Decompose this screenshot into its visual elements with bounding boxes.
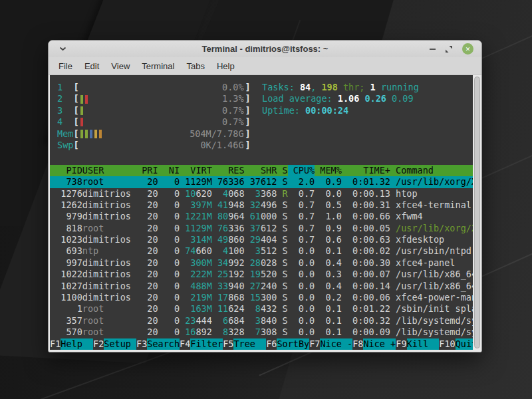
process-row-738[interactable]: 738root2001129M7633637612S2.00.90:01.32/… — [50, 176, 473, 188]
column-header-time[interactable]: TIME+ — [342, 165, 390, 176]
fn-label-f9[interactable]: Kill — [407, 338, 440, 350]
fn-key-f5[interactable]: F5 — [223, 338, 233, 350]
fn-key-f2[interactable]: F2 — [93, 338, 104, 350]
column-header-pri[interactable]: PRI — [136, 165, 158, 176]
process-row-1276[interactable]: 1276dimitrios2001062040683368R0.70.00:00… — [50, 188, 473, 200]
fn-label-f2[interactable]: Setup — [104, 338, 136, 350]
cell-shr: 32496 — [245, 200, 277, 211]
column-header-cpu[interactable]: CPU% — [288, 165, 315, 176]
process-row-1[interactable]: 1root200163M116248432S0.00.10:01.22/sbin… — [50, 303, 473, 315]
cell-state: S — [277, 176, 287, 188]
meter-close-bracket: ] — [245, 140, 251, 151]
process-row-818[interactable]: 818root2001129M7633637612S0.70.90:00.05/… — [50, 223, 473, 234]
meter-bar — [80, 130, 83, 138]
cell-command: /sbin/init spla — [390, 303, 473, 315]
process-row-570[interactable]: 570root2001689283287308S0.00.10:00.09/li… — [50, 327, 473, 338]
cell-command: xfwm4 — [390, 211, 473, 222]
fn-key-f9[interactable]: F9 — [396, 338, 406, 350]
cell-user: dimitrios — [82, 234, 136, 245]
column-header-user[interactable]: USER — [82, 165, 136, 176]
fn-key-f1[interactable]: F1 — [50, 338, 61, 350]
process-row-997[interactable]: 997dimitrios200300M3499228028S0.00.40:00… — [50, 257, 473, 269]
process-row-1023[interactable]: 1023dimitrios200314M4986029404S0.70.60:0… — [50, 234, 473, 245]
cell-pri: 20 — [136, 211, 158, 222]
cell-command: /lib/systemd/sy — [390, 327, 473, 338]
fn-key-f3[interactable]: F3 — [136, 338, 147, 350]
column-header-ni[interactable]: NI — [158, 165, 180, 176]
process-row-979[interactable]: 979dimitrios2001221M8096461000S0.71.00:0… — [50, 211, 473, 222]
menu-item-view[interactable]: View — [105, 61, 136, 71]
fn-label-f4[interactable]: Filter — [190, 338, 223, 350]
menu-item-help[interactable]: Help — [211, 61, 241, 71]
fn-label-f6[interactable]: SortBy — [277, 338, 309, 350]
fn-label-f3[interactable]: Search — [147, 338, 180, 350]
meter-label: Mem — [57, 128, 73, 140]
cell-virt: 222M — [180, 269, 212, 280]
scrollbar-thumb[interactable] — [474, 76, 480, 348]
info-text: Tasks: — [262, 82, 300, 92]
column-header-mem[interactable]: MEM% — [315, 165, 342, 176]
column-header-command[interactable]: Command — [390, 165, 473, 176]
cell-pri: 20 — [136, 223, 158, 234]
fn-key-f8[interactable]: F8 — [352, 338, 363, 350]
fn-key-f7[interactable]: F7 — [309, 338, 320, 350]
column-header-shr[interactable]: SHR — [245, 165, 277, 176]
column-header-s[interactable]: S — [277, 165, 287, 176]
maximize-button[interactable] — [446, 46, 452, 53]
process-row-1027[interactable]: 1027dimitrios200488M3394027240S0.00.40:0… — [50, 281, 473, 292]
cell-virt-hi: 219M — [190, 292, 212, 303]
cell-res: 76336 — [212, 176, 245, 188]
fn-key-f4[interactable]: F4 — [180, 338, 190, 350]
fn-key-f6[interactable]: F6 — [266, 338, 277, 350]
meter-label: 4 — [57, 116, 73, 128]
chevron-down-icon[interactable] — [59, 47, 66, 51]
cell-res-hi: 4 — [223, 188, 228, 199]
column-header-virt[interactable]: VIRT — [180, 165, 212, 176]
menu-item-tabs[interactable]: Tabs — [180, 61, 210, 71]
fn-key-f10[interactable]: F10 — [439, 338, 455, 350]
process-row-1262[interactable]: 1262dimitrios200397M4194832496S0.70.50:0… — [50, 200, 473, 211]
cell-shr: 37612 — [245, 176, 277, 188]
column-header-res[interactable]: RES — [212, 165, 245, 176]
cell-ni: 0 — [158, 269, 180, 280]
cell-cpu: 0.7 — [288, 200, 315, 211]
window-titlebar[interactable]: Terminal - dimitrios@itsfoss: ~ ✕ — [49, 41, 481, 57]
fn-label-f10[interactable]: Quit — [456, 338, 473, 350]
meter-label: Swp — [57, 140, 73, 151]
cell-virt: 163M — [180, 303, 212, 315]
cell-res-hi: 6 — [223, 315, 228, 326]
cell-shr: 29404 — [245, 234, 277, 245]
menu-item-terminal[interactable]: Terminal — [136, 61, 180, 71]
cell-virt-hi: 488M — [190, 281, 212, 291]
cell-pid: 979 — [50, 211, 82, 222]
menu-item-file[interactable]: File — [53, 61, 78, 71]
cell-mem: 0.9 — [315, 176, 342, 188]
close-icon: ✕ — [466, 46, 471, 53]
column-header-pid[interactable]: PID — [50, 165, 82, 176]
meter-row-4: 4[0.7%] — [57, 116, 473, 128]
scrollbar-track[interactable] — [473, 75, 481, 350]
fn-label-f5[interactable]: Tree — [233, 338, 266, 350]
menu-bar: FileEditViewTerminalTabsHelp — [49, 57, 481, 75]
process-row-693[interactable]: 693ntp2007466041003512S0.00.10:00.02/usr… — [50, 245, 473, 257]
fn-label-f7[interactable]: Nice - — [320, 338, 352, 350]
cell-command: /usr/lib/x86_64 — [390, 281, 473, 292]
cell-command: htop — [390, 188, 473, 200]
info-line: Load average: 1.06 0.26 0.09 — [262, 93, 419, 104]
process-row-1100[interactable]: 1100dimitrios200219M1786815300S0.00.20:0… — [50, 292, 473, 303]
menu-item-edit[interactable]: Edit — [78, 61, 105, 71]
cell-shr-hi: 37 — [250, 176, 261, 187]
meter-bar — [85, 95, 88, 104]
process-row-357[interactable]: 357root2002344466843840S0.00.10:00.32/li… — [50, 315, 473, 327]
close-button[interactable]: ✕ — [462, 43, 473, 55]
minimize-button[interactable] — [430, 49, 436, 50]
fn-label-f1[interactable]: Help — [61, 338, 93, 350]
meter-bar — [85, 130, 88, 138]
cell-res: 11624 — [212, 303, 245, 315]
process-row-1022[interactable]: 1022dimitrios200222M2519219520S0.00.30:0… — [50, 269, 473, 280]
cell-res-lo: 068 — [228, 188, 244, 199]
cell-ni: 0 — [158, 245, 180, 257]
meter-bar-zone: 0.7% — [79, 116, 245, 128]
cell-mem: 0.3 — [315, 269, 342, 280]
fn-label-f8[interactable]: Nice + — [363, 338, 396, 350]
